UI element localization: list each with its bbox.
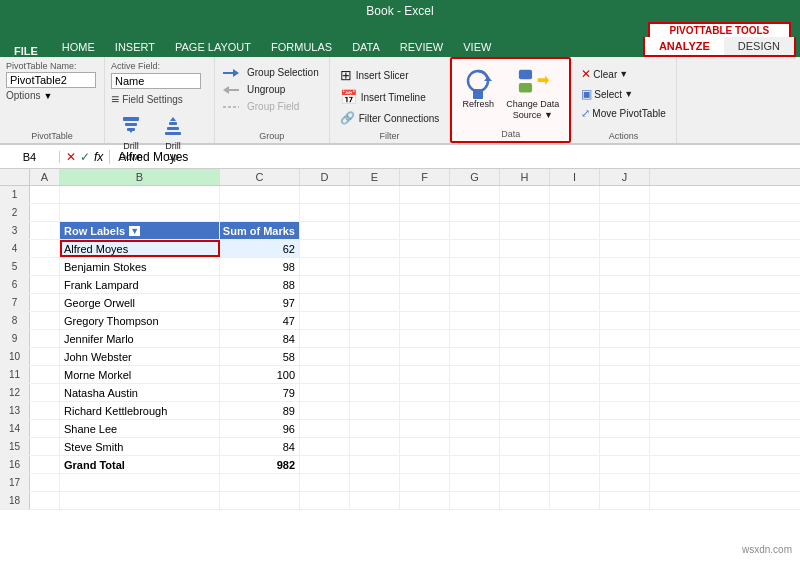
- cell[interactable]: [550, 276, 600, 293]
- cell[interactable]: [550, 438, 600, 455]
- cell[interactable]: [600, 402, 650, 419]
- cell[interactable]: [450, 366, 500, 383]
- cell[interactable]: [350, 258, 400, 275]
- cell[interactable]: [400, 222, 450, 239]
- cell[interactable]: [300, 402, 350, 419]
- cell[interactable]: [300, 222, 350, 239]
- cell[interactable]: 47: [220, 312, 300, 329]
- cell[interactable]: [350, 276, 400, 293]
- cell[interactable]: [300, 186, 350, 203]
- cell[interactable]: [600, 366, 650, 383]
- cell[interactable]: [600, 276, 650, 293]
- ungroup-button[interactable]: Ungroup: [243, 82, 289, 97]
- col-header-e[interactable]: E: [350, 169, 400, 185]
- cell[interactable]: [550, 420, 600, 437]
- move-pivot-button[interactable]: ⤢ Move PivotTable: [577, 105, 669, 122]
- cell[interactable]: George Orwell: [60, 294, 220, 311]
- options-button[interactable]: Options ▼: [6, 90, 52, 101]
- cell[interactable]: [450, 330, 500, 347]
- cell[interactable]: [500, 222, 550, 239]
- home-tab[interactable]: HOME: [52, 37, 105, 57]
- cell[interactable]: Gregory Thompson: [60, 312, 220, 329]
- cell[interactable]: [30, 438, 60, 455]
- cell[interactable]: [500, 204, 550, 221]
- cell[interactable]: [600, 348, 650, 365]
- cell[interactable]: [400, 186, 450, 203]
- cell[interactable]: [550, 312, 600, 329]
- cell[interactable]: Frank Lampard: [60, 276, 220, 293]
- cell[interactable]: [450, 276, 500, 293]
- cell[interactable]: [300, 330, 350, 347]
- data-tab[interactable]: DATA: [342, 37, 390, 57]
- cell[interactable]: [350, 312, 400, 329]
- design-tab[interactable]: DESIGN: [724, 37, 794, 55]
- cell[interactable]: [500, 366, 550, 383]
- page-layout-tab[interactable]: PAGE LAYOUT: [165, 37, 261, 57]
- formula-value[interactable]: Alfred Moyes: [110, 150, 196, 164]
- cell[interactable]: Jennifer Marlo: [60, 330, 220, 347]
- cell-reference[interactable]: B4: [0, 151, 60, 163]
- cell[interactable]: [450, 258, 500, 275]
- cancel-icon[interactable]: ✕: [66, 150, 76, 164]
- cell[interactable]: [450, 186, 500, 203]
- cell[interactable]: [500, 258, 550, 275]
- cell[interactable]: [600, 240, 650, 257]
- col-header-d[interactable]: D: [300, 169, 350, 185]
- cell[interactable]: [450, 474, 500, 491]
- cell[interactable]: Sum of Marks: [220, 222, 300, 239]
- cell[interactable]: [300, 384, 350, 401]
- cell[interactable]: [350, 204, 400, 221]
- cell[interactable]: [220, 474, 300, 491]
- cell[interactable]: [400, 312, 450, 329]
- col-header-j[interactable]: J: [600, 169, 650, 185]
- cell[interactable]: [550, 348, 600, 365]
- cell[interactable]: [600, 222, 650, 239]
- cell[interactable]: [400, 276, 450, 293]
- cell[interactable]: 97: [220, 294, 300, 311]
- cell[interactable]: Shane Lee: [60, 420, 220, 437]
- cell[interactable]: 89: [220, 402, 300, 419]
- cell[interactable]: [60, 492, 220, 509]
- cell[interactable]: Alfred Moyes: [60, 240, 220, 257]
- cell[interactable]: [220, 204, 300, 221]
- cell[interactable]: [400, 204, 450, 221]
- filter-connections-button[interactable]: 🔗 Filter Connections: [336, 109, 444, 127]
- cell[interactable]: [350, 456, 400, 473]
- cell[interactable]: [400, 384, 450, 401]
- cell[interactable]: [450, 402, 500, 419]
- cell[interactable]: [500, 294, 550, 311]
- cell[interactable]: [400, 366, 450, 383]
- cell[interactable]: [220, 186, 300, 203]
- cell[interactable]: [600, 258, 650, 275]
- cell[interactable]: [500, 330, 550, 347]
- cell[interactable]: [550, 492, 600, 509]
- cell[interactable]: [400, 258, 450, 275]
- cell[interactable]: [600, 420, 650, 437]
- cell[interactable]: [600, 186, 650, 203]
- cell[interactable]: [30, 294, 60, 311]
- col-header-a[interactable]: A: [30, 169, 60, 185]
- cell[interactable]: [550, 258, 600, 275]
- cell[interactable]: [30, 240, 60, 257]
- cell[interactable]: [300, 456, 350, 473]
- cell[interactable]: [450, 456, 500, 473]
- cell[interactable]: [400, 420, 450, 437]
- refresh-button[interactable]: Refresh: [458, 65, 498, 112]
- cell[interactable]: [600, 492, 650, 509]
- cell[interactable]: [500, 276, 550, 293]
- cell[interactable]: [350, 240, 400, 257]
- cell[interactable]: [450, 204, 500, 221]
- col-header-i[interactable]: I: [550, 169, 600, 185]
- cell[interactable]: [300, 258, 350, 275]
- cell[interactable]: [30, 420, 60, 437]
- cell[interactable]: [450, 312, 500, 329]
- cell[interactable]: [500, 384, 550, 401]
- cell[interactable]: [550, 456, 600, 473]
- cell[interactable]: Morne Morkel: [60, 366, 220, 383]
- cell[interactable]: [550, 240, 600, 257]
- cell[interactable]: 88: [220, 276, 300, 293]
- cell[interactable]: [350, 366, 400, 383]
- cell[interactable]: Benjamin Stokes: [60, 258, 220, 275]
- cell[interactable]: [60, 474, 220, 491]
- cell[interactable]: [600, 330, 650, 347]
